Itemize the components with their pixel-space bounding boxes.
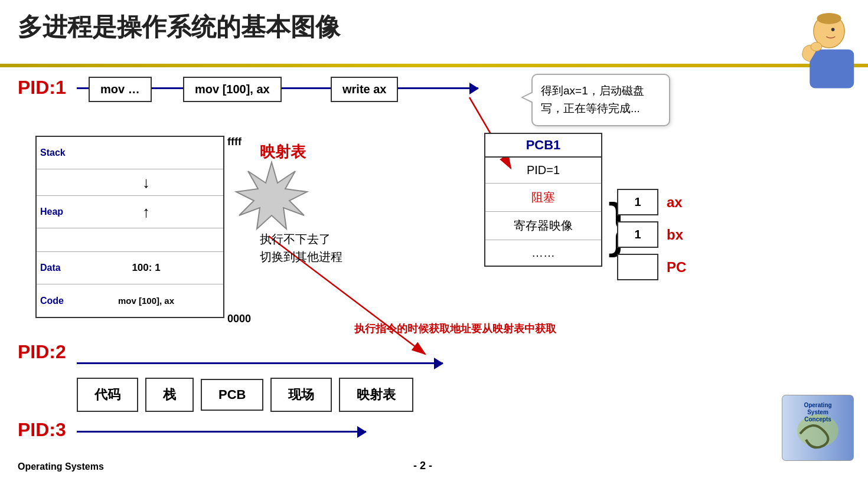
mem-row-stack: Stack — [37, 137, 223, 169]
mem-label-code: Code — [37, 296, 69, 306]
pcb1-header: PCB1 — [485, 134, 601, 158]
mem-row-empty — [37, 228, 223, 252]
mem-data-value: 100: 1 — [69, 262, 223, 274]
callout-bubble: 得到ax=1，启动磁盘写，正在等待完成... — [531, 74, 670, 126]
svg-point-9 — [811, 42, 822, 51]
reg-pc-label: PC — [667, 259, 686, 276]
register-block: 1 ax 1 bx PC — [617, 189, 747, 286]
svg-marker-4 — [236, 162, 307, 229]
page-title: 多进程是操作系统的基本图像 — [0, 0, 868, 48]
ffff-label: ffff — [227, 136, 242, 148]
gold-divider — [0, 64, 868, 67]
svg-text:Operating: Operating — [804, 402, 831, 408]
mem-row-heap: Heap ↑ — [37, 196, 223, 228]
pid2-box-pcb: PCB — [201, 379, 263, 411]
exec-note: 执行指令的时候获取地址要从映射表中获取 — [354, 322, 556, 336]
mem-row-data: Data 100: 1 — [37, 252, 223, 284]
footer-course: Operating Systems — [18, 461, 104, 472]
reg-row-pc: PC — [617, 254, 747, 280]
exec-text: 执行不下去了 切换到其他进程 — [260, 230, 342, 266]
pid2-box-scene: 现场 — [270, 378, 332, 412]
pid3-label: PID:3 — [18, 419, 66, 441]
instr-box-mov1: mov … — [89, 77, 152, 102]
pcb1-block: PCB1 PID=1 阻塞 寄存器映像 …… — [484, 133, 602, 267]
svg-rect-8 — [810, 50, 854, 89]
memory-block: Stack ↓ Heap ↑ Data 100: 1 Code mov [100… — [35, 136, 224, 318]
reg-row-ax: 1 ax — [617, 189, 747, 215]
reg-bx-label: bx — [667, 227, 683, 243]
instr-box-mov2: mov [100], ax — [183, 77, 282, 102]
mem-label-data: Data — [37, 263, 69, 273]
mem-code-value: mov [100], ax — [69, 296, 223, 306]
instr-box-write: write ax — [331, 77, 398, 102]
mem-row-code: Code mov [100], ax — [37, 284, 223, 317]
reg-bx-value: 1 — [617, 221, 658, 248]
pid2-box-code: 代码 — [77, 378, 138, 412]
svg-point-7 — [831, 28, 835, 31]
reg-ax-value: 1 — [617, 189, 658, 215]
svg-point-6 — [817, 13, 841, 24]
reg-row-bx: 1 bx — [617, 221, 747, 248]
pcb1-reg: 寄存器映像 — [485, 212, 601, 240]
pid2-label: PID:2 — [18, 341, 66, 363]
pid2-arrow — [77, 362, 443, 364]
thinking-person-icon — [785, 12, 856, 100]
starburst-icon — [233, 159, 310, 236]
svg-text:Concepts: Concepts — [804, 416, 831, 423]
reg-pc-value — [617, 254, 658, 280]
pid3-arrow — [77, 431, 366, 433]
pcb1-more: …… — [485, 240, 601, 266]
mem-row-arrow-down: ↓ — [37, 169, 223, 196]
operating-concepts-book-icon: Operating System Concepts — [779, 392, 856, 463]
pcb1-status: 阻塞 — [485, 184, 601, 212]
mem-label-stack: Stack — [37, 148, 69, 158]
pid2-box-map: 映射表 — [339, 378, 413, 412]
pcb1-pid: PID=1 — [485, 158, 601, 184]
pid2-box-stack: 栈 — [145, 378, 194, 412]
zero-label: 0000 — [227, 313, 251, 325]
mem-label-heap: Heap — [37, 207, 69, 217]
pid2-boxes: 代码 栈 PCB 现场 映射表 — [77, 378, 420, 412]
footer-page: - 2 - — [413, 460, 432, 472]
reg-ax-label: ax — [667, 194, 683, 211]
svg-text:System: System — [807, 409, 828, 415]
pid1-label: PID:1 — [18, 77, 71, 99]
